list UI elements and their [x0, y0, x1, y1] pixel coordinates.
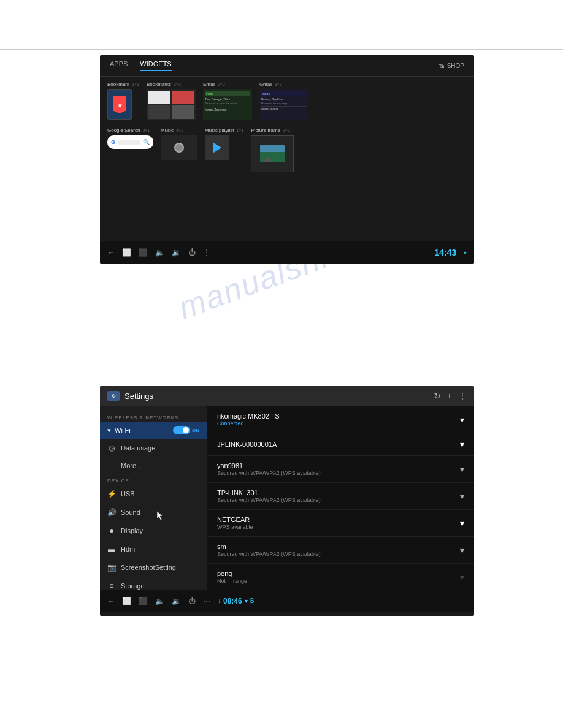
google-search-thumbnail: G 🔍	[107, 135, 153, 149]
sidebar-item-display[interactable]: ● Display	[100, 521, 207, 540]
power-icon[interactable]: ⏻	[188, 248, 196, 257]
play-icon	[213, 142, 221, 153]
network-item-sm[interactable]: sm Secured with WPA/WPA2 (WPS available)…	[207, 537, 474, 564]
tab-apps[interactable]: APPS	[110, 60, 128, 71]
time-display: 14:43	[434, 248, 456, 257]
back-icon[interactable]: ←	[107, 597, 115, 605]
settings-nav-bar: ← ⬜ ⬛ 🔈 🔉 ⏻ ⋯ ↓ 08:46 ▾ B	[100, 590, 474, 612]
picture-icon	[260, 145, 285, 162]
sidebar-item-data-usage[interactable]: ◷ Data usage	[100, 439, 207, 457]
shop-button[interactable]: 🛍 SHOP	[439, 63, 464, 69]
widget-row-1: Bookmark 1×1 ★ Bookmarks 3×3	[107, 82, 467, 120]
bookmark-thumbnail: ★	[107, 89, 132, 120]
header-icons: ↻ + ⋮	[434, 391, 467, 401]
network-item-jplink[interactable]: JPLINK-00000001A ▾	[207, 433, 474, 456]
home-icon[interactable]: ⬜	[122, 248, 131, 257]
top-nav-bar: ← ⬜ ⬛ 🔈 🔉 ⏻ ⋮ 14:43 ▾	[100, 241, 474, 264]
wifi-status-icon: ▾	[464, 249, 467, 256]
wifi-signal-icon: ▾	[460, 464, 464, 474]
network-item-rikomagic[interactable]: rikomagic MK802IIIS Connected ▾	[207, 406, 474, 433]
sidebar-item-screenshot[interactable]: 📷 ScreenshotSetting	[100, 558, 207, 577]
music-icon	[174, 143, 184, 153]
gmail-thumbnail: Inbox Brandy Spekins Please do this mess…	[259, 89, 308, 120]
sound-icon: 🔊	[107, 508, 116, 517]
network-item-yan9981[interactable]: yan9981 Secured with WPA/WPA2 (WPS avail…	[207, 456, 474, 483]
wireless-section-label: WIRELESS & NETWORKS	[100, 411, 207, 422]
widget-bookmark[interactable]: Bookmark 1×1 ★	[107, 82, 139, 120]
recents-icon[interactable]: ⬛	[139, 597, 148, 605]
more-icon[interactable]: ⋮	[203, 248, 210, 257]
network-name: peng	[217, 570, 460, 577]
network-security: WPS available	[217, 524, 460, 530]
sidebar-item-usb[interactable]: ⚡ USB	[100, 485, 207, 503]
network-info: sm Secured with WPA/WPA2 (WPS available)	[217, 543, 460, 557]
sound-label: Sound	[121, 509, 140, 516]
settings-sidebar: WIRELESS & NETWORKS ▾ Wi-Fi ON ◷ Data us…	[100, 406, 207, 590]
bluetooth-icon: B	[250, 597, 255, 604]
widget-picture-frame[interactable]: Picture frame 2×2	[251, 127, 294, 172]
widgets-screen: APPS WIDGETS 🛍 SHOP Bookmark 1×1 ★	[100, 55, 474, 264]
download-icon: ↓	[218, 597, 221, 604]
storage-icon: ≡	[107, 582, 116, 590]
volume-down-icon[interactable]: 🔈	[155, 597, 164, 605]
settings-screen: ⚙ Settings ↻ + ⋮ WIRELESS & NETWORKS ▾ W…	[100, 386, 474, 616]
network-info: rikomagic MK802IIIS Connected	[217, 412, 460, 427]
sidebar-item-sound[interactable]: 🔊 Sound	[100, 503, 207, 521]
network-name: yan9981	[217, 462, 460, 469]
top-screen-bar: APPS WIDGETS 🛍 SHOP	[100, 55, 474, 77]
network-info: JPLINK-00000001A	[217, 441, 460, 449]
back-icon[interactable]: ←	[107, 248, 115, 257]
widget-bookmarks[interactable]: Bookmarks 3×3	[147, 82, 196, 120]
widget-google-search[interactable]: Google Search 3×1 G 🔍	[107, 127, 153, 172]
recents-icon[interactable]: ⬛	[139, 248, 148, 257]
expand-icon[interactable]: ⋯	[203, 597, 210, 605]
power-icon[interactable]: ⏻	[188, 597, 196, 605]
display-icon: ●	[107, 526, 116, 535]
volume-up-icon[interactable]: 🔉	[172, 248, 181, 257]
network-info: NETGEAR WPS available	[217, 516, 460, 530]
sidebar-item-wifi[interactable]: ▾ Wi-Fi ON	[100, 422, 207, 439]
add-icon[interactable]: +	[447, 391, 452, 401]
home-icon[interactable]: ⬜	[122, 597, 131, 605]
sidebar-item-hdmi[interactable]: ▬ Hdmi	[100, 540, 207, 558]
wifi-signal-icon: ▾	[460, 518, 464, 528]
music-thumbnail	[161, 135, 197, 160]
more-label: More...	[107, 462, 142, 469]
sidebar-item-more[interactable]: More...	[100, 457, 207, 474]
network-name: NETGEAR	[217, 516, 460, 523]
data-usage-icon: ◷	[107, 444, 116, 452]
wifi-nav-icon: ▾	[107, 427, 111, 434]
network-status: Connected	[217, 420, 460, 427]
usb-label: USB	[121, 490, 135, 498]
time-display: 08:46	[223, 597, 242, 605]
widget-email[interactable]: Email 2×2 Inbox Tim, George, Thinc... Pl…	[203, 82, 252, 120]
network-name: JPLINK-00000001A	[217, 441, 460, 448]
tab-widgets[interactable]: WIDGETS	[140, 60, 171, 71]
bookmark-icon: ★	[113, 96, 126, 113]
overflow-icon[interactable]: ⋮	[458, 391, 467, 401]
volume-up-icon[interactable]: 🔉	[172, 597, 181, 605]
widget-gmail[interactable]: Gmail 3×3 Inbox Brandy Spekins Please do…	[259, 82, 308, 120]
email-thumbnail: Inbox Tim, George, Thinc... Please let u…	[203, 89, 252, 120]
network-item-peng[interactable]: peng Not in range ▾	[207, 564, 474, 590]
sidebar-item-storage[interactable]: ≡ Storage	[100, 577, 207, 590]
wifi-signal-icon: ▾	[460, 415, 464, 425]
widget-music-playlist[interactable]: Music playlist 1×1	[205, 127, 243, 172]
device-section-label: DEVICE	[100, 474, 207, 485]
widget-music[interactable]: Music 4×1	[161, 127, 197, 172]
network-name: sm	[217, 543, 460, 550]
hdmi-icon: ▬	[107, 545, 116, 553]
network-security: Secured with WPA/WPA2 (WPS available)	[217, 470, 460, 476]
data-usage-label: Data usage	[121, 444, 155, 452]
volume-down-icon[interactable]: 🔈	[155, 248, 164, 257]
wifi-toggle[interactable]: ON	[173, 426, 199, 434]
network-info: yan9981 Secured with WPA/WPA2 (WPS avail…	[217, 462, 460, 476]
shop-icon: 🛍	[439, 63, 445, 69]
screenshot-icon: 📷	[107, 563, 116, 572]
refresh-icon[interactable]: ↻	[434, 391, 441, 401]
wifi-signal-icon: ▾	[460, 491, 464, 501]
network-item-tplink[interactable]: TP-LINK_301 Secured with WPA/WPA2 (WPS a…	[207, 483, 474, 510]
network-security: Not in range	[217, 578, 460, 584]
network-item-netgear[interactable]: NETGEAR WPS available ▾	[207, 510, 474, 537]
network-name: TP-LINK_301	[217, 489, 460, 496]
